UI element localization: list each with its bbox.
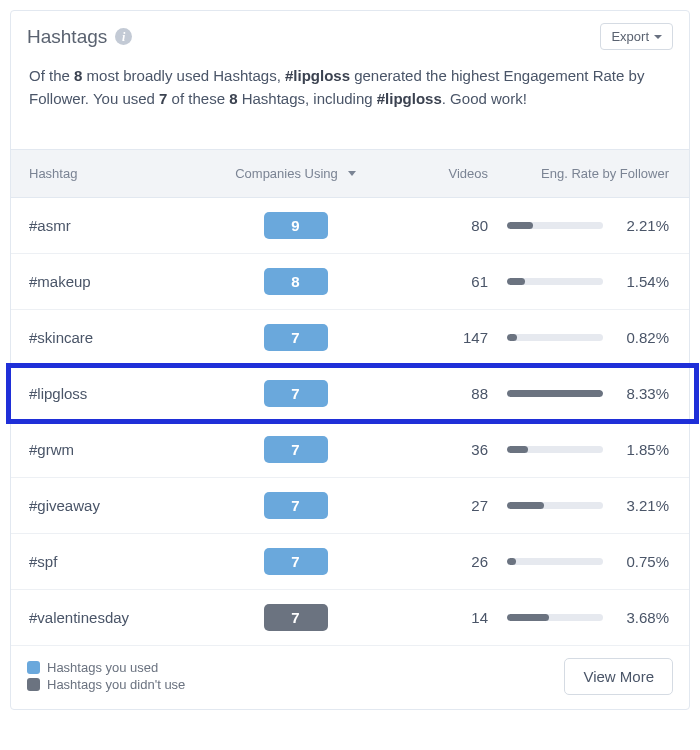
engagement-value: 8.33% bbox=[617, 385, 669, 402]
engagement-cell: 3.21% bbox=[488, 497, 677, 514]
swatch-unused-icon bbox=[27, 678, 40, 691]
table-row[interactable]: #spf7260.75% bbox=[11, 534, 689, 590]
companies-cell: 7 bbox=[208, 324, 383, 351]
table-header-row: Hashtag Companies Using Videos Eng. Rate… bbox=[11, 149, 689, 198]
hashtag-cell: #spf bbox=[23, 553, 208, 570]
engagement-bar bbox=[507, 614, 603, 621]
table-row[interactable]: #lipgloss7888.33% bbox=[11, 366, 689, 422]
engagement-bar-fill bbox=[507, 222, 533, 229]
videos-cell: 80 bbox=[383, 217, 488, 234]
info-icon[interactable]: i bbox=[115, 28, 132, 45]
hashtag-cell: #asmr bbox=[23, 217, 208, 234]
engagement-bar-fill bbox=[507, 558, 516, 565]
engagement-cell: 8.33% bbox=[488, 385, 677, 402]
companies-cell: 8 bbox=[208, 268, 383, 295]
panel-header: Hashtags i Export bbox=[11, 11, 689, 58]
table-row[interactable]: #giveaway7273.21% bbox=[11, 478, 689, 534]
sort-caret-icon bbox=[348, 171, 356, 176]
videos-cell: 26 bbox=[383, 553, 488, 570]
engagement-bar bbox=[507, 558, 603, 565]
engagement-value: 3.21% bbox=[617, 497, 669, 514]
chevron-down-icon bbox=[654, 35, 662, 39]
videos-cell: 147 bbox=[383, 329, 488, 346]
engagement-value: 3.68% bbox=[617, 609, 669, 626]
summary-text: Of the 8 most broadly used Hashtags, #li… bbox=[11, 58, 689, 149]
engagement-bar-fill bbox=[507, 278, 525, 285]
table-row[interactable]: #makeup8611.54% bbox=[11, 254, 689, 310]
engagement-bar-fill bbox=[507, 614, 549, 621]
engagement-value: 1.85% bbox=[617, 441, 669, 458]
engagement-bar-fill bbox=[507, 390, 603, 397]
col-header-videos[interactable]: Videos bbox=[383, 166, 488, 181]
swatch-used-icon bbox=[27, 661, 40, 674]
table-row[interactable]: #grwm7361.85% bbox=[11, 422, 689, 478]
companies-pill: 7 bbox=[264, 380, 328, 407]
hashtags-panel: Hashtags i Export Of the 8 most broadly … bbox=[10, 10, 690, 710]
engagement-bar bbox=[507, 222, 603, 229]
panel-title: Hashtags bbox=[27, 26, 107, 48]
hashtag-cell: #makeup bbox=[23, 273, 208, 290]
view-more-button[interactable]: View More bbox=[564, 658, 673, 695]
table-row[interactable]: #valentinesday7143.68% bbox=[11, 590, 689, 646]
engagement-bar bbox=[507, 446, 603, 453]
engagement-bar bbox=[507, 278, 603, 285]
videos-cell: 27 bbox=[383, 497, 488, 514]
companies-cell: 7 bbox=[208, 380, 383, 407]
hashtag-cell: #giveaway bbox=[23, 497, 208, 514]
engagement-value: 1.54% bbox=[617, 273, 669, 290]
videos-cell: 14 bbox=[383, 609, 488, 626]
companies-pill: 7 bbox=[264, 436, 328, 463]
hashtag-cell: #skincare bbox=[23, 329, 208, 346]
hashtag-cell: #lipgloss bbox=[23, 385, 208, 402]
legend-used: Hashtags you used bbox=[27, 660, 185, 675]
engagement-bar-fill bbox=[507, 334, 517, 341]
legend: Hashtags you used Hashtags you didn't us… bbox=[27, 658, 185, 694]
engagement-cell: 2.21% bbox=[488, 217, 677, 234]
engagement-value: 2.21% bbox=[617, 217, 669, 234]
title-wrap: Hashtags i bbox=[27, 26, 132, 48]
engagement-cell: 0.82% bbox=[488, 329, 677, 346]
companies-cell: 9 bbox=[208, 212, 383, 239]
engagement-value: 0.82% bbox=[617, 329, 669, 346]
export-label: Export bbox=[611, 29, 649, 44]
engagement-bar-fill bbox=[507, 502, 544, 509]
videos-cell: 36 bbox=[383, 441, 488, 458]
videos-cell: 88 bbox=[383, 385, 488, 402]
engagement-value: 0.75% bbox=[617, 553, 669, 570]
col-header-companies[interactable]: Companies Using bbox=[208, 166, 383, 181]
companies-cell: 7 bbox=[208, 548, 383, 575]
engagement-cell: 1.54% bbox=[488, 273, 677, 290]
table-body: #asmr9802.21%#makeup8611.54%#skincare714… bbox=[11, 198, 689, 646]
companies-pill: 9 bbox=[264, 212, 328, 239]
companies-pill: 7 bbox=[264, 548, 328, 575]
engagement-cell: 1.85% bbox=[488, 441, 677, 458]
col-header-engagement[interactable]: Eng. Rate by Follower bbox=[488, 166, 677, 181]
engagement-bar-fill bbox=[507, 446, 528, 453]
companies-cell: 7 bbox=[208, 604, 383, 631]
engagement-cell: 3.68% bbox=[488, 609, 677, 626]
table-row[interactable]: #skincare71470.82% bbox=[11, 310, 689, 366]
companies-cell: 7 bbox=[208, 492, 383, 519]
col-header-hashtag[interactable]: Hashtag bbox=[23, 166, 208, 181]
engagement-cell: 0.75% bbox=[488, 553, 677, 570]
panel-footer: Hashtags you used Hashtags you didn't us… bbox=[11, 646, 689, 709]
legend-unused: Hashtags you didn't use bbox=[27, 677, 185, 692]
engagement-bar bbox=[507, 502, 603, 509]
companies-cell: 7 bbox=[208, 436, 383, 463]
engagement-bar bbox=[507, 334, 603, 341]
hashtag-cell: #grwm bbox=[23, 441, 208, 458]
hashtag-cell: #valentinesday bbox=[23, 609, 208, 626]
engagement-bar bbox=[507, 390, 603, 397]
companies-pill: 7 bbox=[264, 604, 328, 631]
companies-pill: 7 bbox=[264, 492, 328, 519]
companies-pill: 7 bbox=[264, 324, 328, 351]
videos-cell: 61 bbox=[383, 273, 488, 290]
table-row[interactable]: #asmr9802.21% bbox=[11, 198, 689, 254]
export-button[interactable]: Export bbox=[600, 23, 673, 50]
companies-pill: 8 bbox=[264, 268, 328, 295]
